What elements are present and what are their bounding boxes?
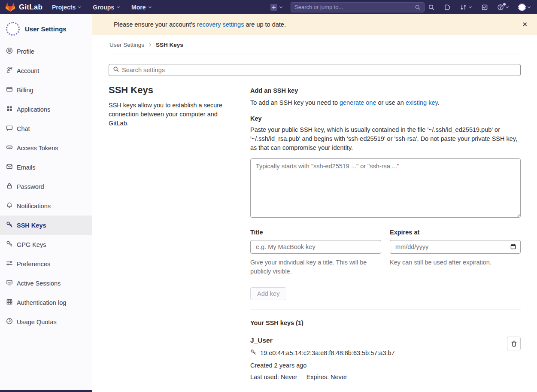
ssh-key-form: Add an SSH key To add an SSH key you nee… — [250, 87, 521, 380]
sidebar-item-active-sessions[interactable]: Active Sessions — [0, 273, 92, 293]
sidebar-item-chat[interactable]: Chat — [0, 119, 92, 138]
billing-card-icon — [6, 86, 13, 94]
sidebar-bottom-strip — [0, 390, 92, 392]
user-avatar — [518, 3, 526, 11]
key-expires: Expires: Never — [306, 374, 347, 380]
global-search-input[interactable] — [294, 4, 415, 10]
add-ssh-key-heading: Add an SSH key — [250, 87, 521, 94]
nav-more[interactable]: More — [131, 4, 152, 11]
recovery-settings-link[interactable]: recovery settings — [197, 21, 244, 28]
sidebar-item-billing[interactable]: Billing — [0, 80, 92, 100]
sidebar-item-access-tokens[interactable]: Access Tokens — [0, 138, 92, 158]
chevron-down-icon — [148, 5, 152, 9]
sidebar-item-gpg-keys[interactable]: GPG Keys — [0, 235, 92, 254]
page-title: SSH Keys — [109, 85, 237, 96]
settings-search-input[interactable] — [122, 67, 516, 73]
plus-icon — [270, 4, 277, 11]
your-ssh-keys-heading: Your SSH keys (1) — [250, 319, 521, 326]
top-navbar: GitLab Projects Groups More — [0, 0, 537, 14]
gauge-icon — [6, 318, 13, 326]
chat-bubble-icon — [6, 125, 13, 133]
expires-date-input[interactable] — [390, 240, 521, 254]
chevron-down-icon — [78, 5, 82, 9]
user-menu[interactable] — [518, 3, 531, 11]
sidebar-item-applications[interactable]: Applications — [0, 100, 92, 119]
key-fingerprint: 19:e0:44:a5:14:c2:3a:e8:f8:48:8b:63:5b:5… — [260, 349, 395, 356]
envelope-icon — [6, 163, 13, 171]
chevron-down-icon — [505, 5, 509, 9]
search-shortcut-icon[interactable] — [428, 4, 435, 11]
new-menu-button[interactable] — [270, 4, 283, 11]
applications-grid-icon — [6, 105, 13, 113]
notification-dot — [503, 3, 506, 6]
key-icon — [250, 349, 256, 356]
gitlab-wordmark: GitLab — [19, 3, 42, 12]
section-description: SSH Keys SSH keys allow you to establish… — [109, 87, 237, 380]
title-input[interactable] — [250, 240, 381, 254]
form-divider — [250, 310, 521, 310]
key-meta: Last used: Never Expires: Never — [250, 374, 507, 380]
recovery-alert-banner: Please ensure your account's recovery se… — [92, 14, 537, 35]
expires-field-label: Expires at — [390, 229, 521, 236]
nav-groups[interactable]: Groups — [93, 4, 120, 11]
key-field-label: Key — [250, 115, 521, 122]
title-field: Title Give your individual key a title. … — [250, 229, 381, 276]
table-log-icon — [6, 298, 13, 307]
sidebar-item-preferences[interactable]: Preferences — [0, 254, 92, 273]
delete-key-button[interactable] — [507, 337, 521, 350]
help-menu[interactable] — [497, 4, 509, 11]
calendar-icon[interactable] — [510, 243, 516, 252]
chevron-down-icon — [468, 5, 472, 9]
breadcrumb-user-settings[interactable]: User Settings — [109, 42, 144, 48]
gitlab-logo[interactable]: GitLab — [5, 3, 42, 12]
merge-requests-icon[interactable] — [460, 4, 472, 11]
chevron-down-icon — [116, 5, 120, 9]
sidebar-item-profile[interactable]: Profile — [0, 42, 92, 61]
main-content: Please ensure your account's recovery se… — [92, 14, 537, 392]
issues-icon[interactable] — [444, 4, 451, 11]
breadcrumb: User Settings SSH Keys — [109, 35, 521, 54]
existing-key-link[interactable]: existing key — [406, 99, 438, 106]
profile-icon — [6, 47, 13, 55]
sidebar-item-password[interactable]: Password — [0, 177, 92, 196]
alert-close-button[interactable]: ✕ — [519, 19, 530, 30]
sliders-icon — [6, 260, 13, 268]
search-icon — [113, 66, 119, 74]
ssh-key-textarea[interactable] — [250, 158, 521, 218]
alert-text: Please ensure your account's recovery se… — [114, 21, 286, 28]
account-icon — [6, 67, 13, 75]
settings-search-box[interactable] — [109, 64, 521, 76]
sidebar-item-ssh-keys[interactable]: SSH Keys — [0, 216, 92, 235]
sidebar-item-emails[interactable]: Emails — [0, 158, 92, 177]
monitor-icon — [6, 279, 13, 287]
sidebar-item-account[interactable]: Account — [0, 61, 92, 80]
tanuki-icon — [5, 3, 15, 12]
chevron-down-icon — [279, 5, 283, 9]
sidebar-item-authentication-log[interactable]: Authentication log — [0, 293, 92, 312]
trash-icon — [511, 340, 517, 347]
expires-field: Expires at Key can still be used after e… — [390, 229, 521, 276]
key-field-help: Paste your public SSH key, which is usua… — [250, 125, 521, 152]
sidebar-item-notifications[interactable]: Notifications — [0, 196, 92, 216]
key-last-used: Last used: Never — [250, 374, 297, 380]
title-field-hint: Give your individual key a title. This w… — [250, 258, 381, 276]
nav-projects[interactable]: Projects — [52, 4, 82, 11]
global-search-box[interactable] — [291, 2, 425, 12]
key-icon — [6, 221, 13, 229]
search-icon — [415, 4, 421, 10]
chevron-right-icon — [148, 43, 152, 47]
lock-icon — [6, 182, 13, 191]
chevron-down-icon — [527, 5, 531, 9]
todos-icon[interactable] — [481, 4, 488, 11]
add-key-button[interactable]: Add key — [250, 287, 286, 300]
token-pill-icon — [6, 144, 13, 152]
settings-sidebar: User Settings Profile Account Billing Ap… — [0, 14, 92, 392]
generate-one-link[interactable]: generate one — [340, 99, 376, 106]
sidebar-item-usage-quotas[interactable]: Usage Quotas — [0, 312, 92, 331]
user-settings-avatar — [6, 22, 20, 36]
key-icon — [6, 240, 13, 249]
title-field-label: Title — [250, 229, 381, 236]
bell-icon — [6, 202, 13, 210]
expires-field-hint: Key can still be used after expiration. — [390, 258, 521, 267]
key-created: Created 2 years ago — [250, 362, 507, 369]
